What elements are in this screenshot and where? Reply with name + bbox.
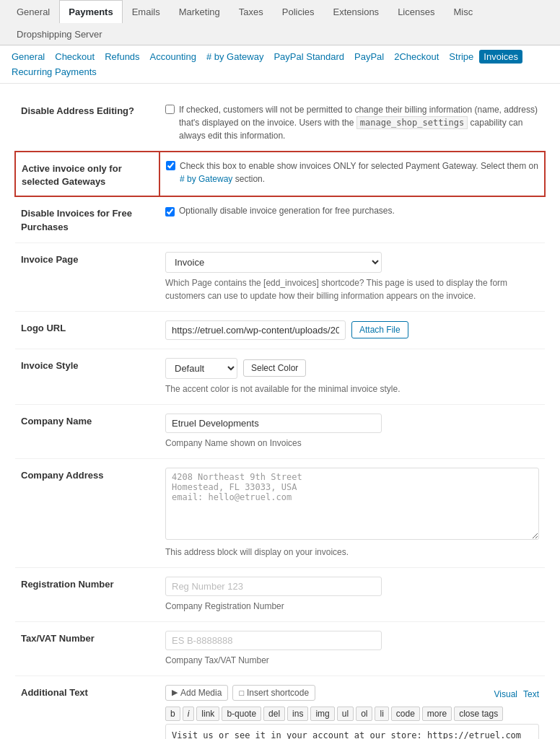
label-disable-address: Disable Address Editing?	[15, 95, 159, 152]
subnav-2checkout[interactable]: 2Checkout	[390, 50, 443, 64]
fmt-bold[interactable]: b	[165, 707, 180, 721]
logo-url-row: Attach File	[165, 320, 539, 340]
main-content: Disable Address Editing? If checked, cus…	[0, 84, 560, 739]
fmt-italic[interactable]: i	[183, 707, 195, 721]
subnav-paypal[interactable]: PayPal	[350, 50, 388, 64]
add-media-button[interactable]: ▶ Add Media	[165, 685, 228, 701]
textarea-company-address[interactable]: 4208 Northeast 9th Street Homestead, FL …	[165, 468, 539, 540]
add-media-icon: ▶	[172, 688, 178, 697]
field-company-name: Company Name shown on Invoices	[159, 404, 545, 458]
link-by-gateway[interactable]: # by Gateway	[180, 174, 232, 184]
desc-invoice-page: Which Page contains the [edd_invoices] s…	[165, 276, 539, 302]
desc-active-gateways: Check this box to enable show invoices O…	[180, 159, 538, 185]
checkbox-row-free-invoices: Optionally disable invoice generation fo…	[165, 206, 539, 217]
insert-shortcode-label: Insert shortcode	[247, 688, 309, 698]
desc-invoice-style: The accent color is not available for th…	[165, 382, 539, 395]
row-tax-vat-number: Tax/VAT Number Company Tax/VAT Number	[15, 621, 545, 675]
label-tax-vat-number: Tax/VAT Number	[15, 621, 159, 675]
input-registration-number[interactable]	[165, 577, 382, 596]
text-tab[interactable]: Text	[523, 689, 539, 699]
desc-free-invoices: Optionally disable invoice generation fo…	[179, 206, 395, 216]
fmt-more[interactable]: more	[422, 707, 452, 721]
tab-payments[interactable]: Payments	[59, 0, 122, 23]
label-active-invoice-gateways: Active invoice only for selected Gateway…	[15, 152, 159, 196]
subnav-invoices[interactable]: Invoices	[479, 50, 522, 64]
select-invoice-style[interactable]: Default Minimal	[165, 358, 237, 379]
row-disable-address: Disable Address Editing? If checked, cus…	[15, 95, 545, 152]
row-disable-free-invoices: Disable Invoices for Free Purchases Opti…	[15, 196, 545, 242]
fmt-del[interactable]: del	[263, 707, 285, 721]
label-invoice-style: Invoice Style	[15, 349, 159, 404]
field-additional-text: ▶ Add Media □ Insert shortcode Visual Te…	[159, 675, 545, 739]
media-buttons-row: ▶ Add Media □ Insert shortcode	[165, 685, 315, 701]
subnav-recurring[interactable]: Recurring Payments	[7, 65, 101, 79]
input-logo-url[interactable]	[165, 320, 346, 340]
row-registration-number: Registration Number Company Registration…	[15, 567, 545, 621]
subnav-accounting[interactable]: Accounting	[146, 50, 201, 64]
fmt-code[interactable]: code	[391, 707, 420, 721]
subnav-checkout[interactable]: Checkout	[51, 50, 99, 64]
checkbox-disable-address[interactable]	[165, 105, 175, 114]
checkbox-row-active-gateways: Check this box to enable show invoices O…	[166, 159, 538, 185]
tab-marketing[interactable]: Marketing	[170, 0, 229, 23]
row-company-name: Company Name Company Name shown on Invoi…	[15, 404, 545, 458]
row-company-address: Company Address 4208 Northeast 9th Stree…	[15, 458, 545, 567]
field-logo-url: Attach File	[159, 311, 545, 349]
fmt-link[interactable]: link	[196, 707, 219, 721]
settings-table: Disable Address Editing? If checked, cus…	[14, 95, 546, 739]
tab-general[interactable]: General	[7, 0, 59, 23]
desc-registration-number: Company Registration Number	[165, 600, 539, 613]
field-disable-free-invoices: Optionally disable invoice generation fo…	[159, 196, 545, 242]
textarea-additional-text[interactable]: Visit us or see it in your account at ou…	[165, 724, 539, 739]
subnav-refunds[interactable]: Refunds	[100, 50, 144, 64]
select-invoice-page[interactable]: Invoice Checkout Other	[165, 252, 382, 273]
field-invoice-page: Invoice Checkout Other Which Page contai…	[159, 242, 545, 311]
fmt-img[interactable]: img	[310, 707, 334, 721]
visual-tab[interactable]: Visual	[494, 689, 517, 699]
desc-company-address: This address block will display on your …	[165, 546, 539, 559]
row-active-invoice-gateways: Active invoice only for selected Gateway…	[15, 152, 545, 196]
label-disable-free-invoices: Disable Invoices for Free Purchases	[15, 196, 159, 242]
subnav-paypal-standard[interactable]: PayPal Standard	[269, 50, 349, 64]
label-logo-url: Logo URL	[15, 311, 159, 349]
shortcode-icon: □	[239, 688, 244, 697]
label-company-name: Company Name	[15, 404, 159, 458]
input-company-name[interactable]	[165, 414, 382, 433]
fmt-ins[interactable]: ins	[287, 707, 308, 721]
row-invoice-page: Invoice Page Invoice Checkout Other Whic…	[15, 242, 545, 311]
label-registration-number: Registration Number	[15, 567, 159, 621]
tab-taxes[interactable]: Taxes	[229, 0, 273, 23]
desc-tax-vat-number: Company Tax/VAT Number	[165, 654, 539, 667]
subnav-general[interactable]: General	[7, 50, 49, 64]
top-tab-bar: General Payments Emails Marketing Taxes …	[0, 0, 560, 45]
tab-extensions[interactable]: Extensions	[324, 0, 389, 23]
fmt-ul[interactable]: ul	[337, 707, 354, 721]
editor-tabs: Visual Text	[494, 689, 539, 699]
checkbox-active-gateways[interactable]	[166, 161, 175, 170]
fmt-close-tags[interactable]: close tags	[454, 707, 503, 721]
tab-misc[interactable]: Misc	[444, 0, 482, 23]
fmt-ol[interactable]: ol	[356, 707, 372, 721]
subnav-by-gateway[interactable]: # by Gateway	[202, 50, 268, 64]
insert-shortcode-button[interactable]: □ Insert shortcode	[232, 685, 315, 701]
field-active-invoice-gateways: Check this box to enable show invoices O…	[159, 152, 545, 196]
checkbox-free-invoices[interactable]	[165, 207, 175, 217]
tab-dropshipping[interactable]: Dropshipping Server	[7, 22, 112, 45]
fmt-li[interactable]: li	[375, 707, 388, 721]
select-color-button[interactable]: Select Color	[243, 359, 306, 377]
tab-emails[interactable]: Emails	[123, 0, 170, 23]
attach-file-button[interactable]: Attach File	[351, 321, 408, 338]
fmt-bquote[interactable]: b-quote	[222, 707, 261, 721]
input-tax-vat-number[interactable]	[165, 631, 382, 650]
row-logo-url: Logo URL Attach File	[15, 311, 545, 349]
format-bar: b i link b-quote del ins img ul ol li co…	[165, 707, 539, 721]
add-media-label: Add Media	[180, 688, 222, 698]
label-invoice-page: Invoice Page	[15, 242, 159, 311]
field-company-address: 4208 Northeast 9th Street Homestead, FL …	[159, 458, 545, 567]
subnav-stripe[interactable]: Stripe	[445, 50, 478, 64]
tab-policies[interactable]: Policies	[273, 0, 324, 23]
style-row: Default Minimal Select Color	[165, 358, 539, 379]
field-registration-number: Company Registration Number	[159, 567, 545, 621]
label-company-address: Company Address	[15, 458, 159, 567]
tab-licenses[interactable]: Licenses	[388, 0, 444, 23]
